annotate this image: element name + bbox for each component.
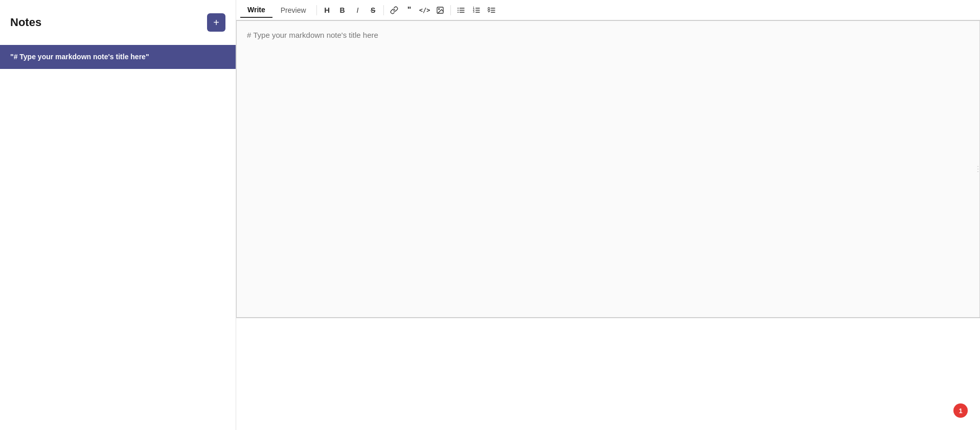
numbered-list-button[interactable]: 1 2 3 (469, 3, 484, 17)
note-item-title: "# Type your markdown note's title here" (10, 53, 149, 61)
task-list-button[interactable] (485, 3, 499, 17)
editor-textarea[interactable] (237, 21, 979, 317)
image-button[interactable] (433, 3, 447, 17)
add-note-button[interactable]: + (207, 13, 225, 32)
strikethrough-button[interactable]: S (366, 3, 380, 17)
quote-button[interactable]: " (402, 3, 417, 17)
svg-rect-18 (488, 9, 489, 11)
main-editor-area: Write Preview H B I S " </> (236, 0, 980, 430)
resize-dot-1 (977, 166, 978, 167)
resize-dot-2 (977, 169, 978, 170)
tab-write[interactable]: Write (240, 3, 272, 18)
toolbar-divider (316, 5, 317, 15)
list-item[interactable]: "# Type your markdown note's title here" (0, 45, 236, 69)
bullet-list-button[interactable] (454, 3, 468, 17)
toolbar-divider-2 (383, 5, 384, 15)
editor-toolbar: Write Preview H B I S " </> (236, 0, 980, 20)
resize-dot-3 (977, 171, 978, 172)
code-button[interactable]: </> (418, 3, 432, 17)
notification-badge[interactable]: 1 (953, 403, 968, 418)
tab-preview[interactable]: Preview (274, 3, 313, 17)
svg-point-6 (458, 10, 459, 11)
note-list: "# Type your markdown note's title here" (0, 45, 236, 430)
link-button[interactable] (387, 3, 401, 17)
sidebar-header: Notes + (0, 0, 236, 45)
svg-point-1 (438, 8, 439, 9)
sidebar: Notes + "# Type your markdown note's tit… (0, 0, 236, 430)
heading-button[interactable]: H (320, 3, 334, 17)
bottom-area (236, 318, 980, 430)
sidebar-title: Notes (10, 16, 41, 29)
toolbar-divider-3 (450, 5, 451, 15)
bold-button[interactable]: B (335, 3, 350, 17)
svg-text:3: 3 (473, 11, 474, 13)
svg-rect-17 (488, 7, 489, 9)
editor-wrapper (236, 20, 980, 318)
svg-point-7 (458, 12, 459, 13)
resize-handle[interactable] (976, 159, 979, 179)
svg-point-5 (458, 8, 459, 9)
italic-button[interactable]: I (351, 3, 365, 17)
